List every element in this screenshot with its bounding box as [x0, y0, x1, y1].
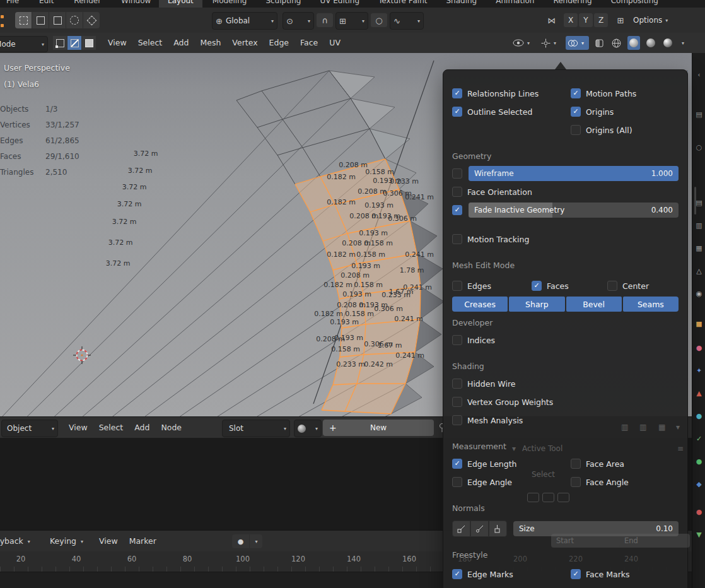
snap-target-dropdown[interactable]: ⊞ [335, 12, 368, 30]
checkbox-icon[interactable] [452, 281, 462, 291]
viewport-menu-add[interactable]: Add [168, 33, 194, 53]
toggle-face-angle[interactable]: Face Angle [571, 477, 679, 487]
timeline-menu-marker[interactable]: Marker [124, 531, 162, 552]
shading-solid-button[interactable] [627, 36, 640, 50]
shading-dropdown-icon[interactable] [679, 40, 687, 46]
viewport-menu-select[interactable]: Select [132, 33, 168, 53]
vertex-select-mode-button[interactable] [53, 36, 67, 50]
render-properties-tab[interactable]: ▤ [692, 197, 705, 209]
tab-shading[interactable]: Shading [437, 0, 486, 8]
texture-properties-tab[interactable]: ◆ [692, 478, 705, 491]
toggle-motion-tracking[interactable]: Motion Tracking [452, 234, 529, 244]
tab-sculpting[interactable]: Sculpting [257, 0, 310, 8]
auto-keying-record-button[interactable]: ● [232, 534, 249, 548]
checkbox-icon[interactable] [571, 125, 581, 135]
edge-select-mode-button[interactable] [67, 36, 81, 50]
tab-animation[interactable]: Animation [487, 0, 543, 8]
menu-file[interactable]: File [4, 0, 21, 7]
mode-dropdown[interactable]: Edit Mode [0, 36, 48, 52]
toggle-faces[interactable]: Faces [532, 281, 607, 291]
toggle-origins[interactable]: Origins [571, 107, 679, 117]
toggle-face-area[interactable]: Face Area [571, 459, 679, 469]
view-layer-properties-tab[interactable]: ▦ [692, 242, 705, 255]
toggle-origins-all[interactable]: Origins (All) [571, 125, 679, 135]
toggle-edge-length[interactable]: Edge Length [452, 459, 571, 469]
checkbox-icon[interactable] [532, 281, 542, 291]
collection-properties-tab[interactable]: ▼ [692, 529, 705, 541]
proportional-editing-button[interactable]: ○ [371, 13, 387, 27]
editor-icon[interactable]: ▤ [692, 109, 705, 121]
viewport-menu-view[interactable]: View [102, 33, 132, 53]
tab-texture-paint[interactable]: Texture Paint [370, 0, 436, 8]
tab-modeling[interactable]: Modeling [204, 0, 256, 8]
toggle-face-orientation[interactable]: Face Orientation [452, 187, 532, 197]
checkbox-icon[interactable] [452, 335, 462, 345]
select-mode-box-button[interactable] [32, 12, 49, 28]
tab-rendering[interactable]: Rendering [544, 0, 600, 8]
bevel-button[interactable]: Bevel [566, 297, 622, 312]
region-collapse-chevron-icon[interactable]: ‹ [692, 69, 705, 81]
face-select-mode-button[interactable] [82, 36, 96, 50]
particles-properties-tab[interactable]: ▲ [692, 387, 705, 400]
select-mode-circle-button[interactable] [66, 12, 83, 28]
checkbox-icon[interactable] [571, 459, 581, 469]
mirror-y-toggle[interactable]: Y [579, 13, 593, 27]
split-normals-button[interactable] [470, 520, 489, 537]
search-icon[interactable]: ○ [692, 141, 705, 154]
slot-dropdown[interactable]: Slot [222, 420, 290, 437]
playback-dropdown[interactable]: Playback [0, 531, 33, 552]
checkbox-icon[interactable] [452, 477, 462, 487]
checkbox-icon[interactable] [452, 459, 462, 469]
new-material-button[interactable]: + New [323, 420, 434, 436]
checkbox-icon[interactable] [452, 234, 462, 244]
mirror-z-toggle[interactable]: Z [594, 13, 608, 27]
checkbox-icon[interactable] [607, 281, 617, 291]
shader-type-dropdown[interactable]: Object [1, 420, 58, 437]
proportional-falloff-dropdown[interactable]: ∿ [390, 12, 424, 30]
keying-set-dropdown[interactable] [250, 534, 262, 548]
checkbox-icon[interactable] [452, 379, 462, 389]
mirror-button[interactable]: ⋈ [542, 13, 561, 27]
toggle-relationship-lines[interactable]: Relationship Lines [452, 88, 571, 98]
shading-wireframe-button[interactable] [610, 36, 623, 50]
modifier-properties-tab[interactable]: ✦ [692, 365, 705, 377]
timeline-menu-view[interactable]: View [93, 531, 124, 552]
creases-button[interactable]: Creases [452, 297, 508, 312]
wireframe-slider[interactable]: Wireframe 1.000 [469, 166, 679, 181]
constraints-properties-tab[interactable]: ✓ [692, 433, 705, 445]
checkbox-icon[interactable] [571, 107, 581, 117]
checkbox-icon[interactable] [571, 477, 581, 487]
toggle-mesh-analysis[interactable]: Mesh Analysis [452, 415, 523, 425]
toggle-center[interactable]: Center [607, 281, 679, 291]
select-mode-box-new-button[interactable] [49, 12, 66, 28]
viewport-menu-face[interactable]: Face [294, 33, 323, 53]
viewport-menu-edge[interactable]: Edge [264, 33, 294, 53]
checkbox-icon[interactable] [452, 397, 462, 407]
xray-toggle-button[interactable] [593, 36, 605, 50]
gizmos-dropdown[interactable] [539, 36, 561, 50]
menu-render[interactable]: Render [71, 0, 103, 7]
show-object-types-dropdown[interactable] [511, 36, 535, 50]
toggle-edge-marks[interactable]: Edge Marks [452, 569, 571, 579]
material-properties-tab[interactable]: ● [692, 342, 705, 355]
toggle-outline-selected[interactable]: Outline Selected [452, 107, 571, 117]
object-data-properties-tab[interactable]: ● [692, 456, 705, 468]
snap-face-nearest-button[interactable]: ⊞ [612, 13, 629, 27]
output-properties-tab[interactable]: ▥ [692, 220, 705, 232]
toggle-hidden-wire[interactable]: Hidden Wire [452, 379, 515, 389]
face-normals-button[interactable] [489, 520, 507, 537]
scene-properties-tab[interactable]: △ [692, 265, 705, 278]
snap-toggle-button[interactable]: ∩ [317, 13, 333, 27]
mirror-x-toggle[interactable]: X [564, 13, 578, 27]
toggle-edges[interactable]: Edges [452, 281, 532, 291]
menu-window[interactable]: Window [119, 0, 153, 7]
tab-uv-editing[interactable]: UV Editing [311, 0, 368, 8]
checkbox-icon[interactable] [571, 88, 581, 98]
physics-properties-tab[interactable]: ● [692, 410, 705, 423]
shader-menu-node[interactable]: Node [155, 417, 187, 438]
select-mode-lasso-button[interactable] [83, 12, 100, 28]
shading-rendered-button[interactable] [661, 36, 674, 50]
select-mode-tweak-button[interactable] [15, 12, 32, 28]
world-properties-tab[interactable]: ◉ [692, 288, 705, 300]
viewport-menu-vertex[interactable]: Vertex [226, 33, 263, 53]
